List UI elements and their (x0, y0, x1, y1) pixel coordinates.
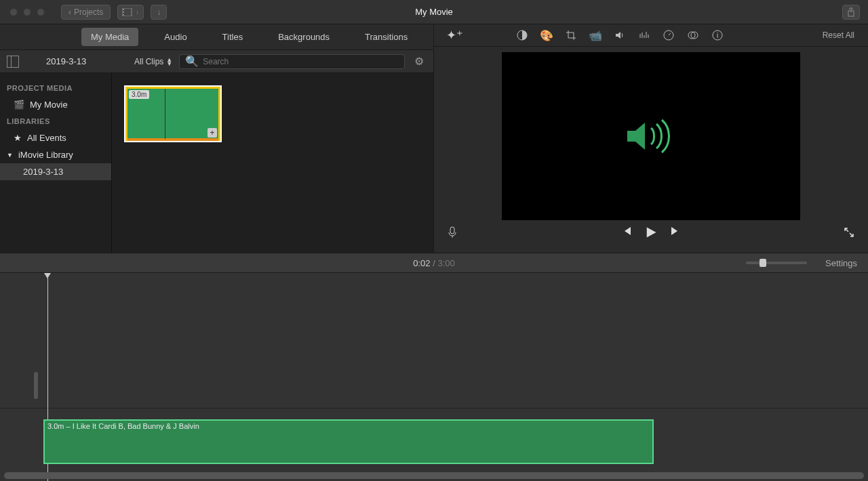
toggle-sidebar-button[interactable] (7, 56, 19, 68)
close-window-icon[interactable] (9, 8, 18, 16)
back-projects-label: Projects (74, 7, 103, 17)
skip-back-icon (621, 226, 632, 236)
play-icon (644, 226, 658, 239)
info-button[interactable]: i (711, 28, 724, 42)
tab-audio[interactable]: Audio (155, 28, 196, 46)
current-event-name: 2019-3-13 (26, 56, 127, 66)
sidebar-item-project[interactable]: 🎬 My Movie (0, 96, 111, 113)
svg-text:i: i (717, 32, 718, 39)
gear-icon: ⚙ (414, 55, 424, 68)
volume-icon (614, 30, 625, 41)
titlebar: ‹ Projects ↓ ↓ My Movie (0, 0, 868, 24)
tab-titles[interactable]: Titles (213, 28, 253, 46)
speedometer-icon (663, 30, 674, 41)
sidebar-item-library[interactable]: ▼ iMovie Library (0, 146, 111, 163)
minimize-window-icon[interactable] (23, 8, 31, 16)
add-to-timeline-icon[interactable]: + (208, 128, 217, 138)
clip-browser[interactable]: 3.0m + (112, 73, 433, 253)
timeline-zoom-slider[interactable] (746, 262, 807, 264)
tab-transitions[interactable]: Transitions (355, 28, 417, 46)
equalizer-icon (639, 30, 650, 41)
camera-icon: 📹 (589, 29, 602, 42)
sidebar-item-label: All Events (27, 133, 66, 143)
preview-viewer[interactable] (502, 52, 800, 220)
timeline-audio-clip[interactable]: 3.0m – I Like It Cardi B, Bad Bunny & J … (43, 419, 654, 464)
back-projects-button[interactable]: ‹ Projects (61, 5, 111, 20)
star-icon: ★ (14, 133, 22, 143)
adjust-toolbar: ✦⁺ 🎨 📹 i Reset All (434, 24, 868, 47)
share-button[interactable] (842, 5, 860, 20)
clip-duration-badge: 3.0m (129, 90, 149, 99)
timeline-settings-button[interactable]: Settings (825, 258, 857, 268)
prev-frame-button[interactable] (621, 226, 632, 242)
svg-rect-1 (123, 9, 124, 10)
color-correction-button[interactable]: 🎨 (540, 28, 553, 42)
current-time-value: 0:02 (413, 258, 430, 268)
maximize-window-icon[interactable] (37, 8, 45, 16)
play-button[interactable] (644, 226, 658, 242)
sidebar-heading-libraries: LIBRARIES (0, 113, 111, 129)
media-tabs-row: My Media Audio Titles Backgrounds Transi… (0, 24, 433, 50)
skip-forward-icon (670, 226, 681, 236)
overlap-circles-icon (688, 30, 698, 41)
updown-caret-icon: ▲▼ (166, 58, 172, 66)
sidebar-heading-project: PROJECT MEDIA (0, 80, 111, 96)
timeline-handle[interactable] (34, 372, 38, 399)
enhance-wand-icon[interactable]: ✦⁺ (446, 28, 463, 43)
speed-button[interactable] (662, 28, 675, 42)
total-time-value: 3:00 (437, 258, 454, 268)
timeline[interactable]: 3.0m – I Like It Cardi B, Bad Bunny & J … (0, 273, 868, 481)
sidebar-item-label: My Movie (30, 100, 68, 110)
search-icon: 🔍 (185, 55, 199, 68)
svg-rect-2 (123, 12, 124, 13)
media-clip-thumbnail[interactable]: 3.0m + (125, 87, 220, 141)
horizontal-scrollbar[interactable] (4, 472, 864, 479)
playback-controls (434, 220, 868, 247)
share-icon (847, 7, 855, 17)
chevron-left-icon: ‹ (68, 7, 71, 17)
stabilization-button[interactable]: 📹 (589, 28, 602, 42)
crop-button[interactable] (564, 28, 578, 42)
noise-reduction-button[interactable] (637, 28, 651, 42)
clip-filter-button[interactable] (686, 28, 700, 42)
disclosure-triangle-icon[interactable]: ▼ (7, 152, 13, 159)
palette-icon: 🎨 (540, 29, 553, 42)
crop-icon (566, 30, 576, 41)
tab-backgrounds[interactable]: Backgrounds (269, 28, 339, 46)
download-button[interactable]: ↓ (151, 5, 167, 20)
clip-scrubber-line (165, 89, 165, 139)
clip-filter-dropdown[interactable]: All Clips ▲▼ (134, 57, 172, 66)
next-frame-button[interactable] (670, 226, 681, 242)
reset-all-button[interactable]: Reset All (823, 30, 854, 40)
color-balance-button[interactable] (515, 28, 529, 42)
sidebar-item-label: iMovie Library (18, 150, 73, 160)
filmstrip-icon (122, 8, 133, 16)
volume-button[interactable] (613, 28, 627, 42)
audio-waveform-icon (624, 116, 678, 156)
clip-filter-label: All Clips (134, 57, 163, 66)
browser-settings-button[interactable]: ⚙ (412, 54, 427, 69)
video-track[interactable] (0, 273, 868, 409)
sidebar-item-label: 2019-3-13 (23, 167, 63, 177)
window-controls[interactable] (0, 8, 45, 16)
half-circle-icon (517, 30, 528, 41)
search-input[interactable] (203, 57, 399, 66)
sidebar-item-event[interactable]: 2019-3-13 (0, 163, 111, 180)
clapboard-icon: 🎬 (14, 100, 24, 110)
tab-my-media[interactable]: My Media (81, 28, 138, 46)
audio-clip-label: 3.0m – I Like It Cardi B, Bad Bunny & J … (45, 421, 652, 432)
playhead-time: 0:02 / 3:00 (0, 258, 868, 268)
timeline-info-bar: 0:02 / 3:00 Settings (0, 253, 868, 273)
sidebar-item-all-events[interactable]: ★ All Events (0, 129, 111, 146)
browser-toolbar: 2019-3-13 All Clips ▲▼ 🔍 ⚙ (0, 50, 433, 73)
download-arrow-icon: ↓ (157, 7, 161, 17)
svg-rect-3 (123, 14, 124, 16)
library-sidebar: PROJECT MEDIA 🎬 My Movie LIBRARIES ★ All… (0, 73, 112, 253)
info-icon: i (712, 30, 723, 41)
import-media-button[interactable]: ↓ (117, 5, 144, 20)
search-box[interactable]: 🔍 (179, 54, 405, 69)
